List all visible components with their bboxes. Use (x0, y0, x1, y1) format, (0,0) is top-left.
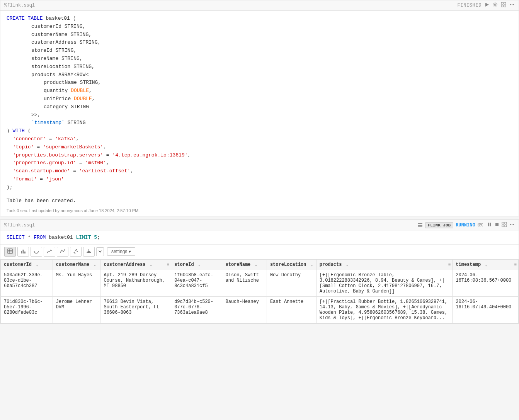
sort-icon-storeName[interactable]: ⌄ (255, 263, 257, 267)
svg-point-6 (510, 4, 511, 5)
download-dropdown-btn[interactable] (96, 247, 104, 256)
bottom-toolbar-left: %flink.ssql (4, 223, 35, 228)
cell-customerName-0: Ms. Yun Hayes (53, 270, 100, 296)
top-toolbar-right: FINISHED (458, 2, 515, 9)
svg-point-19 (510, 224, 511, 224)
cell-customerAddress-1: 76613 Devin Vista, South Easterport, FL … (100, 296, 171, 323)
bottom-more-icon[interactable] (509, 222, 515, 229)
svg-point-29 (34, 249, 39, 253)
bar-chart-view-btn[interactable] (17, 247, 29, 257)
run-icon[interactable] (485, 2, 489, 9)
svg-rect-13 (490, 223, 491, 226)
table-row: 701d830c-7b6c-b5e7-1996-8280dfede03c Jer… (1, 296, 519, 323)
col-header-customerId[interactable]: customerId ⌄ (1, 259, 53, 270)
svg-rect-17 (502, 225, 504, 227)
cell-storeLocation-0: New Dorothy (267, 270, 316, 296)
pause-icon[interactable] (487, 222, 492, 228)
col-header-products[interactable]: products ⌄ ≡ (316, 259, 453, 270)
cell-storeLocation-1: East Annette (267, 296, 316, 323)
bottom-cell-code: SELECT * FROM basket01 LIMIT 5; (0, 231, 519, 245)
flink-job-badge: FLINK JOB RUNNING 0% (417, 222, 515, 229)
col-header-customerAddress[interactable]: customerAddress ⌄ ≡ (100, 259, 171, 270)
output-text: Table has been created. (7, 198, 76, 204)
sort-icon-customerId[interactable]: ⌄ (36, 263, 38, 267)
sort-icon-timestamp[interactable]: ⌄ (485, 263, 487, 267)
table-name-line: basket01 ( (43, 15, 76, 21)
col-header-storeLocation[interactable]: storeLocation ⌄ (267, 259, 316, 270)
table-header-row: customerId ⌄ customerName ⌄ customerAddr… (1, 259, 519, 270)
cell-customerId-1: 701d830c-7b6c-b5e7-1996-8280dfede03c (1, 296, 53, 323)
svg-rect-14 (495, 223, 499, 226)
cell-customerName-1: Jerome Lehner DVM (53, 296, 100, 323)
sort-icon-customerAddress[interactable]: ⌄ (150, 263, 152, 267)
bottom-cell: %flink.ssql FLINK JOB RUNNING 0% (0, 219, 519, 324)
svg-rect-5 (504, 5, 506, 7)
flink-job-label: FLINK JOB (425, 222, 453, 228)
col-header-customerName[interactable]: customerName ⌄ (53, 259, 100, 270)
area-view-btn[interactable] (44, 247, 55, 257)
svg-rect-27 (23, 250, 24, 253)
col-header-timestamp[interactable]: timestamp ⌄ ≡ (453, 259, 519, 270)
cell-timestamp-0: 2024-06-16T16:08:36.567+0000 (453, 270, 519, 296)
svg-point-36 (77, 251, 78, 252)
sort-icon-storeLocation[interactable]: ⌄ (311, 263, 313, 267)
svg-point-38 (76, 249, 77, 250)
results-table: customerId ⌄ customerName ⌄ customerAddr… (0, 259, 519, 323)
svg-point-37 (75, 252, 76, 253)
svg-rect-22 (8, 249, 12, 253)
col-menu-customerAddress[interactable]: ≡ (167, 262, 170, 267)
sort-icon-products[interactable]: ⌄ (346, 263, 349, 267)
col-menu-products[interactable]: ≡ (448, 262, 451, 267)
svg-rect-11 (418, 226, 422, 227)
cell-storeId-0: 1f60c8b8-eafc-04ea-c047-8c3c4a831cf5 (171, 270, 222, 296)
svg-point-8 (513, 4, 514, 5)
donut-view-btn[interactable] (31, 247, 42, 257)
svg-rect-12 (488, 223, 489, 226)
top-cell-toolbar: %flink.ssql FINISHED (0, 0, 519, 11)
cell-storeName-0: Olson, Swift and Nitzsche (222, 270, 267, 296)
top-cell-meta: Took 0 sec. Last updated by anonymous at… (0, 207, 519, 216)
svg-rect-9 (418, 223, 422, 224)
settings-icon[interactable] (492, 2, 498, 9)
cell-products-0: [+|[Ergonomic Bronze Table, 3.0182222883… (316, 270, 453, 296)
cell-customerId-0: 500ad62f-339e-83ce-d1be-6ba57c4cb387 (1, 270, 53, 296)
svg-rect-16 (505, 222, 507, 224)
svg-rect-10 (418, 225, 422, 226)
settings-btn[interactable]: settings ▾ (107, 247, 135, 256)
svg-point-31 (61, 250, 63, 251)
bottom-cell-filename: %flink.ssql (4, 223, 35, 228)
sort-icon-storeId[interactable]: ⌄ (198, 263, 201, 267)
top-cell-code: CREATE TABLE basket01 ( customerId STRIN… (0, 11, 519, 196)
bottom-cell-toolbar: %flink.ssql FLINK JOB RUNNING 0% (0, 220, 519, 231)
svg-point-32 (63, 251, 64, 252)
grid-icon[interactable] (501, 2, 506, 9)
running-label: RUNNING (456, 223, 475, 228)
stop-icon[interactable] (495, 222, 499, 228)
svg-rect-26 (21, 251, 22, 253)
kw-create: CREATE TABLE (7, 15, 43, 21)
download-btn[interactable] (83, 247, 95, 257)
col-header-storeName[interactable]: storeName ⌄ (222, 259, 267, 270)
cell-storeName-1: Bauch-Heaney (222, 296, 267, 323)
table-view-btn[interactable] (4, 247, 16, 257)
svg-rect-28 (24, 252, 26, 253)
scatter-view-btn[interactable] (70, 247, 82, 257)
top-cell-filename: %flink.ssql (4, 3, 35, 8)
svg-marker-0 (485, 3, 489, 7)
top-cell-output: Table has been created. (0, 196, 519, 207)
svg-point-20 (512, 224, 512, 224)
sort-icon-customerName[interactable]: ⌄ (94, 263, 96, 267)
top-toolbar-left: %flink.ssql (4, 3, 35, 8)
col-menu-timestamp[interactable]: ≡ (514, 262, 517, 267)
svg-rect-4 (501, 5, 503, 7)
line-view-btn[interactable] (57, 247, 68, 257)
flink-job-icon (417, 223, 423, 228)
more-icon[interactable] (509, 2, 515, 9)
svg-rect-18 (505, 225, 507, 227)
col-header-storeId[interactable]: storeId ⌄ (171, 259, 222, 270)
svg-rect-3 (504, 2, 506, 4)
cell-storeId-1: d9c7d34b-c520-077c-6776-7363a1ea9ae8 (171, 296, 222, 323)
svg-point-21 (513, 224, 514, 224)
bottom-grid-icon[interactable] (502, 222, 507, 229)
top-cell: %flink.ssql FINISHED (0, 0, 519, 216)
